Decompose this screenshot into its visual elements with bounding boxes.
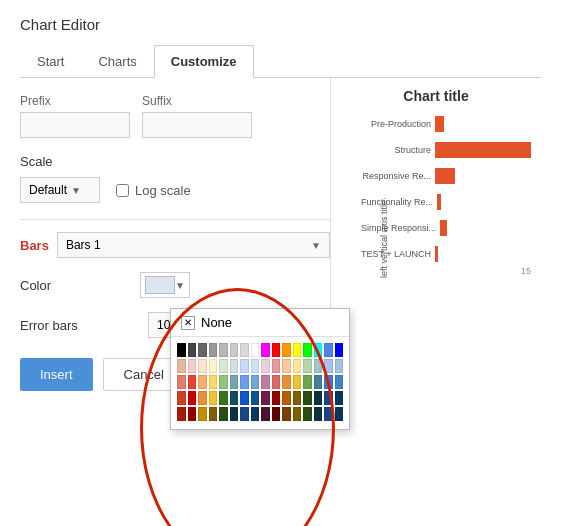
- color-cell[interactable]: [335, 359, 344, 373]
- color-cell[interactable]: [209, 407, 218, 421]
- color-cell[interactable]: [230, 375, 239, 389]
- color-cell[interactable]: [324, 375, 333, 389]
- color-cell[interactable]: [230, 391, 239, 405]
- color-cell[interactable]: [261, 375, 270, 389]
- color-cell[interactable]: [282, 407, 291, 421]
- color-cell[interactable]: [261, 359, 270, 373]
- color-cell[interactable]: [324, 359, 333, 373]
- color-cell[interactable]: [209, 375, 218, 389]
- color-cell[interactable]: [240, 343, 249, 357]
- color-cell[interactable]: [177, 407, 186, 421]
- color-cell[interactable]: [324, 407, 333, 421]
- color-cell[interactable]: [303, 407, 312, 421]
- color-cell[interactable]: [335, 391, 344, 405]
- color-cell[interactable]: [314, 407, 323, 421]
- color-cell[interactable]: [293, 359, 302, 373]
- color-cell[interactable]: [335, 407, 344, 421]
- color-cell[interactable]: [282, 375, 291, 389]
- bar-label: Simple Responsi...: [361, 223, 436, 233]
- color-cell[interactable]: [272, 343, 281, 357]
- color-cell[interactable]: [282, 359, 291, 373]
- color-cell[interactable]: [188, 407, 197, 421]
- color-cell[interactable]: [209, 343, 218, 357]
- insert-button[interactable]: Insert: [20, 358, 93, 391]
- color-cell[interactable]: [261, 343, 270, 357]
- scale-select[interactable]: Default ▼: [20, 177, 100, 203]
- color-cell[interactable]: [251, 407, 260, 421]
- color-cell[interactable]: [188, 375, 197, 389]
- color-cell[interactable]: [314, 343, 323, 357]
- color-grid-row: [177, 407, 343, 421]
- color-cell[interactable]: [335, 375, 344, 389]
- color-cell[interactable]: [188, 343, 197, 357]
- color-cell[interactable]: [240, 359, 249, 373]
- log-scale-checkbox-label[interactable]: Log scale: [116, 183, 191, 198]
- color-cell[interactable]: [282, 391, 291, 405]
- color-cell[interactable]: [303, 391, 312, 405]
- color-cell[interactable]: [272, 375, 281, 389]
- color-cell[interactable]: [303, 359, 312, 373]
- color-cell[interactable]: [240, 391, 249, 405]
- color-cell[interactable]: [219, 375, 228, 389]
- color-cell[interactable]: [272, 359, 281, 373]
- color-cell[interactable]: [303, 375, 312, 389]
- color-cell[interactable]: [198, 359, 207, 373]
- color-cell[interactable]: [198, 391, 207, 405]
- color-cell[interactable]: [314, 391, 323, 405]
- bar-label: TEST + LAUNCH: [361, 249, 431, 259]
- none-icon: ✕: [181, 316, 195, 330]
- color-cell[interactable]: [251, 343, 260, 357]
- color-cell[interactable]: [230, 407, 239, 421]
- color-cell[interactable]: [219, 343, 228, 357]
- color-cell[interactable]: [335, 343, 344, 357]
- color-cell[interactable]: [209, 359, 218, 373]
- color-swatch: [145, 276, 175, 294]
- color-cell[interactable]: [219, 359, 228, 373]
- color-cell[interactable]: [272, 407, 281, 421]
- suffix-label: Suffix: [142, 94, 252, 108]
- color-cell[interactable]: [177, 375, 186, 389]
- color-cell[interactable]: [198, 375, 207, 389]
- color-cell[interactable]: [251, 375, 260, 389]
- color-cell[interactable]: [198, 407, 207, 421]
- none-option[interactable]: ✕ None: [171, 309, 349, 337]
- color-cell[interactable]: [303, 343, 312, 357]
- color-swatch-button[interactable]: ▼: [140, 272, 190, 298]
- color-cell[interactable]: [293, 407, 302, 421]
- tab-bar: Start Charts Customize: [20, 45, 541, 78]
- color-cell[interactable]: [282, 343, 291, 357]
- color-cell[interactable]: [177, 391, 186, 405]
- color-cell[interactable]: [261, 391, 270, 405]
- color-cell[interactable]: [324, 391, 333, 405]
- tab-customize[interactable]: Customize: [154, 45, 254, 78]
- color-cell[interactable]: [177, 343, 186, 357]
- color-cell[interactable]: [188, 359, 197, 373]
- color-label: Color: [20, 278, 140, 293]
- tab-start[interactable]: Start: [20, 45, 81, 78]
- color-cell[interactable]: [314, 359, 323, 373]
- color-cell[interactable]: [293, 343, 302, 357]
- tab-charts[interactable]: Charts: [81, 45, 153, 78]
- color-cell[interactable]: [188, 391, 197, 405]
- color-cell[interactable]: [293, 375, 302, 389]
- color-cell[interactable]: [230, 359, 239, 373]
- color-cell[interactable]: [240, 407, 249, 421]
- suffix-input[interactable]: [142, 112, 252, 138]
- color-cell[interactable]: [261, 407, 270, 421]
- color-cell[interactable]: [209, 391, 218, 405]
- color-cell[interactable]: [251, 391, 260, 405]
- color-cell[interactable]: [198, 343, 207, 357]
- color-cell[interactable]: [314, 375, 323, 389]
- color-cell[interactable]: [272, 391, 281, 405]
- color-cell[interactable]: [219, 391, 228, 405]
- color-cell[interactable]: [324, 343, 333, 357]
- color-cell[interactable]: [251, 359, 260, 373]
- color-cell[interactable]: [240, 375, 249, 389]
- color-cell[interactable]: [230, 343, 239, 357]
- color-cell[interactable]: [293, 391, 302, 405]
- bars-select[interactable]: Bars 1 ▼: [57, 232, 330, 258]
- prefix-input[interactable]: [20, 112, 130, 138]
- log-scale-checkbox[interactable]: [116, 184, 129, 197]
- color-cell[interactable]: [177, 359, 186, 373]
- color-cell[interactable]: [219, 407, 228, 421]
